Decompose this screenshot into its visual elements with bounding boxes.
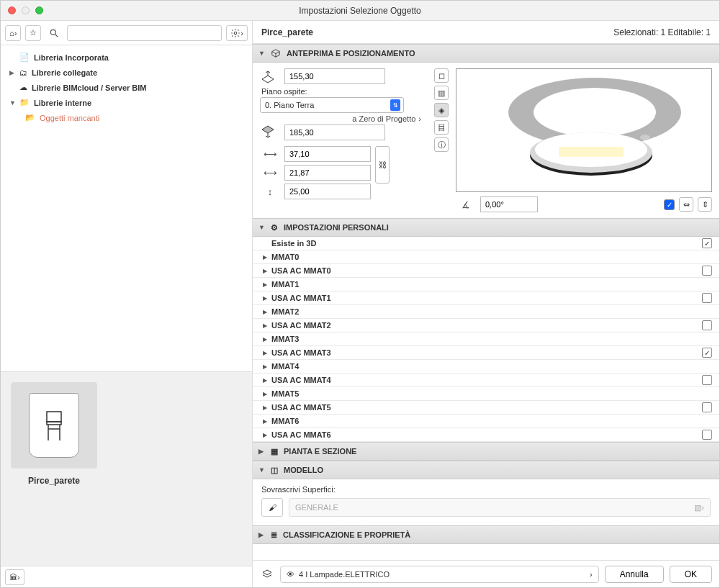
setting-checkbox[interactable]: [702, 238, 712, 248]
panel-custom-header[interactable]: ▼ ⚙ IMPOSTAZIONI PERSONALI: [253, 218, 719, 237]
setting-row[interactable]: ▶MMAT3: [253, 333, 719, 346]
favorite-button[interactable]: ☆: [25, 25, 41, 41]
setting-row[interactable]: ▶USA AC MMAT5: [253, 401, 719, 415]
top-height-input[interactable]: [284, 68, 385, 84]
maximize-window-icon[interactable]: [35, 6, 43, 14]
setting-label: MMAT2: [271, 307, 712, 316]
expand-arrow-icon: ▶: [263, 322, 271, 329]
tree-linked[interactable]: ▶ 🗂 Librerie collegate: [4, 65, 249, 80]
setting-checkbox[interactable]: [702, 375, 712, 385]
setting-checkbox[interactable]: [702, 430, 712, 440]
setting-row[interactable]: ▶MMAT4: [253, 360, 719, 374]
tree-embedded[interactable]: 📄 Libreria Incorporata: [4, 50, 249, 65]
setting-row[interactable]: ▶USA AC MMAT6: [253, 428, 719, 442]
expand-arrow-icon: ▶: [263, 418, 271, 425]
setting-row[interactable]: ▶USA AC MMAT4: [253, 374, 719, 387]
gear-icon[interactable]: ›: [226, 25, 248, 41]
setting-row[interactable]: ▶MMAT1: [253, 278, 719, 291]
list-icon: ≣: [271, 530, 277, 540]
chevron-right-icon: ›: [590, 570, 593, 579]
document-icon: 📄: [19, 53, 30, 62]
host-plane-select[interactable]: 0. Piano Terra ⇅: [260, 97, 404, 113]
sliders-icon: ⚙: [271, 223, 278, 232]
view-front-icon[interactable]: ▥: [434, 86, 449, 100]
object-3d-preview[interactable]: [456, 68, 712, 192]
library-home-button[interactable]: ⌂›: [5, 25, 21, 41]
minimize-window-icon[interactable]: [22, 6, 30, 14]
flip-x-icon[interactable]: ⇔: [679, 197, 693, 212]
surface-general-field[interactable]: GENERALE ▧›: [289, 498, 711, 517]
tree-missing[interactable]: 📂 Oggetti mancanti: [4, 110, 249, 125]
setting-label: Esiste in 3D: [271, 239, 702, 248]
tree-bimcloud[interactable]: ☁ Librerie BIMcloud / Server BIM: [4, 80, 249, 95]
setting-row[interactable]: ▶MMAT6: [253, 415, 719, 428]
dim-z-icon: ↕: [260, 184, 280, 199]
setting-row[interactable]: ▶USA AC MMAT3: [253, 346, 719, 360]
titlebar: Impostazioni Selezione Oggetto: [1, 1, 719, 21]
ok-button[interactable]: OK: [670, 566, 712, 583]
setting-row[interactable]: ▶MMAT0: [253, 250, 719, 264]
setting-label: USA AC MMAT6: [271, 430, 702, 439]
setting-row[interactable]: ▶USA AC MMAT2: [253, 319, 719, 333]
dim-x-icon: ⟷: [260, 146, 280, 162]
tree-label: Librerie BIMcloud / Server BIM: [32, 83, 147, 92]
expand-arrow-icon: ▶: [263, 432, 271, 438]
setting-checkbox[interactable]: [702, 293, 712, 303]
dim-y-input[interactable]: [284, 165, 371, 181]
zero-project-link[interactable]: a Zero di Progetto›: [260, 113, 426, 125]
search-input[interactable]: [67, 25, 222, 41]
dim-z-input[interactable]: [284, 184, 371, 199]
setting-checkbox[interactable]: [702, 348, 712, 358]
dim-x-input[interactable]: [284, 146, 371, 162]
panel-preview-header[interactable]: ▼ ANTEPRIMA E POSIZIONAMENTO: [253, 44, 719, 63]
select-value: 0. Piano Terra: [265, 101, 314, 109]
close-window-icon[interactable]: [8, 6, 16, 14]
setting-label: USA AC MMAT0: [271, 266, 702, 275]
mirror-enabled-checkbox[interactable]: ✓: [664, 199, 675, 210]
angle-input[interactable]: [480, 196, 538, 212]
panel-title: ANTEPRIMA E POSIZIONAMENTO: [287, 49, 415, 58]
folder-icon: 🗂: [19, 68, 27, 77]
layer-value: 4 I Lampade.ELETTRICO: [299, 570, 585, 579]
link-label: a Zero di Progetto: [352, 114, 415, 123]
setting-label: USA AC MMAT1: [271, 294, 702, 302]
panel-class-header[interactable]: ▶ ≣ CLASSIFICAZIONE E PROPRIETÀ: [253, 525, 719, 544]
library-tree: 📄 Libreria Incorporata ▶ 🗂 Librerie coll…: [1, 45, 252, 371]
view-2d-icon[interactable]: ◻: [434, 68, 449, 83]
plan-icon: ▦: [271, 447, 278, 456]
view-elevation-icon[interactable]: 目: [434, 120, 449, 135]
search-icon[interactable]: [45, 25, 63, 41]
view-info-icon[interactable]: ⓘ: [434, 137, 449, 152]
folder-open-icon: 📂: [25, 113, 35, 122]
tree-internal[interactable]: ▼ 📁 Librerie interne: [4, 95, 249, 110]
layers-icon[interactable]: [260, 569, 274, 580]
panel-title: CLASSIFICAZIONE E PROPRIETÀ: [283, 530, 410, 539]
expand-arrow-icon: ▶: [263, 363, 271, 370]
setting-label: USA AC MMAT4: [271, 376, 702, 384]
setting-row[interactable]: ▶MMAT2: [253, 305, 719, 319]
base-elev-icon: [260, 125, 280, 140]
paint-roller-icon[interactable]: 🖌: [261, 498, 283, 517]
flip-y-icon[interactable]: ⇕: [698, 197, 712, 212]
setting-row[interactable]: ▶MMAT5: [253, 387, 719, 401]
setting-row[interactable]: ▶USA AC MMAT0: [253, 264, 719, 278]
panel-plan-header[interactable]: ▶ ▦ PIANTA E SEZIONE: [253, 442, 719, 461]
window-title: Impostazioni Selezione Oggetto: [1, 6, 719, 16]
setting-checkbox[interactable]: [702, 266, 712, 276]
layer-select[interactable]: 👁 4 I Lampade.ELETTRICO ›: [280, 566, 599, 583]
setting-row[interactable]: ▶USA AC MMAT1: [253, 291, 719, 305]
setting-checkbox[interactable]: [702, 402, 712, 412]
library-manager-button[interactable]: 🏛›: [5, 569, 24, 585]
cancel-button[interactable]: Annulla: [605, 566, 664, 583]
base-height-input[interactable]: [284, 125, 385, 140]
setting-row[interactable]: Esiste in 3D: [253, 237, 719, 250]
panel-model-header[interactable]: ▼ ◫ MODELLO: [253, 461, 719, 479]
svg-point-0: [51, 30, 56, 35]
expand-arrow-icon: ▶: [263, 377, 271, 384]
thumbnail[interactable]: [11, 382, 97, 469]
setting-checkbox[interactable]: [702, 320, 712, 330]
view-3d-icon[interactable]: ◈: [434, 103, 449, 117]
link-dimensions-toggle[interactable]: ⛓: [375, 146, 390, 184]
cube-icon: [271, 48, 281, 58]
svg-point-2: [235, 32, 238, 35]
